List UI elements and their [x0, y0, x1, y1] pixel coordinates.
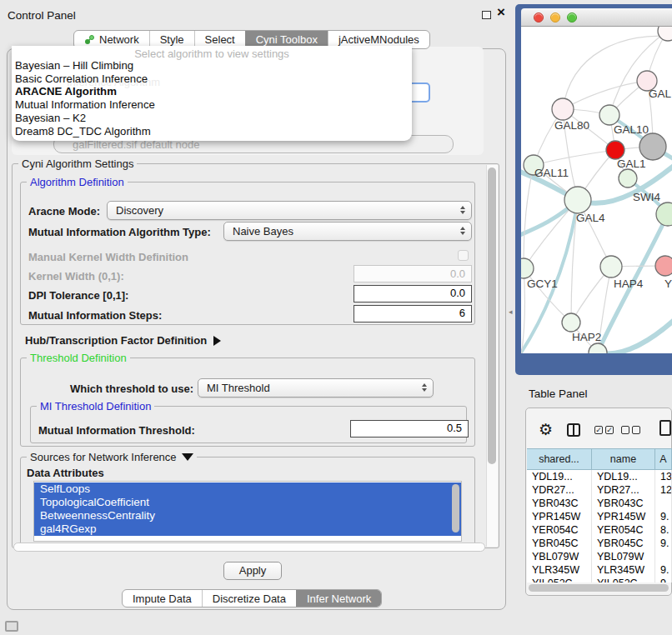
mi-type-combo[interactable]: Naive Bayes	[223, 222, 472, 241]
panel-collapse-arrow-icon[interactable]: ◂	[509, 308, 513, 316]
network-node-gal1[interactable]	[606, 141, 624, 159]
mi-type-value: Naive Bayes	[233, 225, 293, 238]
sources-group-title[interactable]: Sources for Network Inference	[27, 451, 197, 463]
unchecked-box-icon	[621, 426, 629, 434]
table-cell: YPR145W	[527, 510, 592, 523]
network-node-hap2[interactable]	[562, 313, 580, 332]
network-node[interactable]	[658, 27, 672, 41]
table-cell: YIL052C	[527, 577, 592, 582]
node-label-gal10: GAL10	[614, 123, 649, 136]
network-node-gal4[interactable]	[564, 187, 591, 213]
table-row[interactable]: YDL19...YDL19...13	[527, 470, 672, 483]
column-header-2[interactable]: name	[592, 448, 655, 470]
attribute-item-topologicalcoefficient[interactable]: TopologicalCoefficient	[34, 496, 461, 509]
tab-discretize-data[interactable]: Discretize Data	[202, 590, 296, 607]
network-node[interactable]	[589, 343, 607, 353]
node-label-y: Y	[664, 278, 672, 290]
aracne-mode-combo[interactable]: Discovery	[107, 201, 472, 220]
table-row[interactable]: YBR045CYBR045C9.	[527, 537, 672, 550]
column-browser-icon[interactable]	[567, 423, 580, 437]
tab-infer-network[interactable]: Infer Network	[296, 590, 381, 607]
apply-button[interactable]: Apply	[223, 562, 282, 580]
algorithm-option-bayesian-k2[interactable]: Bayesian – K2	[12, 112, 412, 125]
table-row[interactable]: YBL079WYBL079W	[527, 550, 672, 563]
minimize-traffic-light-icon[interactable]	[550, 12, 560, 22]
algorithm-option-aracne-algorithm[interactable]: ARACNE Algorithm	[12, 85, 412, 98]
dpi-tolerance-field[interactable]: 0.0	[354, 285, 472, 302]
tab-impute-data[interactable]: Impute Data	[123, 590, 202, 607]
aracne-mode-label: Aracne Mode:	[28, 205, 100, 218]
table-body[interactable]: YDL19...YDL19...13YDR27...YDR27...12YBR0…	[527, 470, 672, 582]
which-threshold-combo[interactable]: MI Threshold	[198, 378, 434, 398]
manual-kernel-label: Manual Kernel Width Definition	[28, 251, 188, 263]
column-header-1[interactable]: shared...	[527, 448, 592, 470]
network-canvas-svg: GALGAL80GAL10GAL1GAL11SWI4GAL4GCY1HAP4YH…	[521, 27, 672, 353]
table-row[interactable]: YLR345WYLR345W9.	[527, 563, 672, 577]
float-window-icon[interactable]	[482, 11, 491, 19]
table-cell: YLR345W	[592, 563, 655, 577]
network-node-hap4[interactable]	[600, 256, 622, 278]
node-label-hap2: HAP2	[572, 331, 601, 343]
table-cell	[655, 497, 672, 510]
threshold-definition-title: Threshold Definition	[27, 352, 130, 364]
network-window-titlebar[interactable]	[521, 8, 672, 27]
combo-stepper-icon	[422, 383, 427, 392]
attribute-item-betweennesscentrality[interactable]: BetweennessCentrality	[34, 509, 461, 522]
table-cell: YIL052C	[592, 577, 655, 582]
network-canvas[interactable]: GALGAL80GAL10GAL1GAL11SWI4GAL4GCY1HAP4YH…	[521, 27, 672, 353]
export-table-icon[interactable]	[659, 420, 671, 436]
table-row[interactable]: YDR27...YDR27...12	[527, 483, 672, 497]
settings-hscrollbar[interactable]	[13, 542, 485, 552]
table-row[interactable]: YIL052CYIL052C9.	[527, 577, 672, 582]
algorithm-option-basic-correlation-inference[interactable]: Basic Correlation Inference	[12, 72, 412, 86]
table-header-row: shared...nameA	[527, 448, 672, 470]
gear-icon[interactable]: ⚙	[539, 422, 553, 438]
dpi-tolerance-label: DPI Tolerance [0,1]:	[28, 289, 128, 302]
mi-threshold-field[interactable]: 0.5	[350, 420, 469, 438]
table-cell: 9.	[655, 537, 672, 550]
attribute-item-selfloops[interactable]: SelfLoops	[34, 482, 461, 496]
minimized-panel-icon[interactable]	[5, 621, 18, 632]
table-hscrollbar-thumb[interactable]	[529, 584, 669, 592]
algorithm-option-mutual-information-inference[interactable]: Mutual Information Inference	[12, 98, 412, 112]
node-label-gal1: GAL1	[617, 158, 646, 170]
algorithm-popup-list: Bayesian – Hill ClimbingBasic Correlatio…	[12, 59, 412, 138]
select-all-columns-icon[interactable]: ✓✓	[594, 426, 614, 434]
manual-kernel-checkbox[interactable]	[458, 250, 469, 261]
kernel-width-field[interactable]: 0.0	[354, 265, 472, 282]
mi-threshold-group-title: MI Threshold Definition	[37, 400, 154, 412]
attributes-scrollbar-thumb[interactable]	[452, 484, 459, 532]
unselect-all-columns-icon[interactable]	[621, 426, 640, 434]
network-node-gal10[interactable]	[599, 105, 619, 125]
data-attributes-list[interactable]: SelfLoopsTopologicalCoefficientBetweenne…	[33, 481, 462, 542]
table-row[interactable]: YBR043CYBR043C	[527, 497, 672, 510]
mi-steps-field[interactable]: 6	[354, 305, 472, 322]
checked-box-icon: ✓	[605, 426, 614, 434]
table-row[interactable]: YER054CYER054C8.	[527, 523, 672, 537]
collapse-down-icon	[182, 453, 193, 461]
network-node[interactable]	[639, 133, 666, 160]
table-panel-title: Table Panel	[529, 388, 588, 400]
bottom-tabbar: Impute DataDiscretize DataInfer Network	[122, 589, 382, 608]
table-cell: 13	[655, 470, 672, 483]
settings-scrollbar-thumb[interactable]	[488, 168, 496, 464]
expand-right-icon	[213, 336, 221, 346]
algorithm-option-bayesian-hill-climbing[interactable]: Bayesian – Hill Climbing	[12, 59, 412, 72]
network-node-swi4[interactable]	[619, 169, 637, 188]
table-row[interactable]: YPR145WYPR145W9.	[527, 510, 672, 523]
table-cell: YDR27...	[592, 483, 655, 497]
zoom-traffic-light-icon[interactable]	[567, 12, 577, 22]
hub-definition-label: Hub/Transcription Factor Definition	[25, 334, 207, 347]
attribute-item-gal4rgexp[interactable]: gal4RGexp	[34, 522, 461, 536]
algorithm-option-dream8-dc-tdc-algorithm[interactable]: Dream8 DC_TDC Algorithm	[12, 125, 412, 138]
mi-threshold-label: Mutual Information Threshold:	[38, 424, 195, 437]
close-icon[interactable]: ×	[497, 7, 505, 18]
hub-definition-toggle[interactable]: Hub/Transcription Factor Definition	[25, 334, 221, 347]
algorithm-popup: Inference Algorithm Select algorithm to …	[12, 46, 412, 141]
column-header-3[interactable]: A	[655, 448, 672, 470]
network-node-gal80[interactable]	[552, 98, 574, 120]
network-node-gcy1[interactable]	[521, 258, 534, 278]
aracne-mode-value: Discovery	[116, 204, 163, 217]
close-traffic-light-icon[interactable]	[534, 12, 544, 22]
network-node-y[interactable]	[655, 256, 672, 276]
